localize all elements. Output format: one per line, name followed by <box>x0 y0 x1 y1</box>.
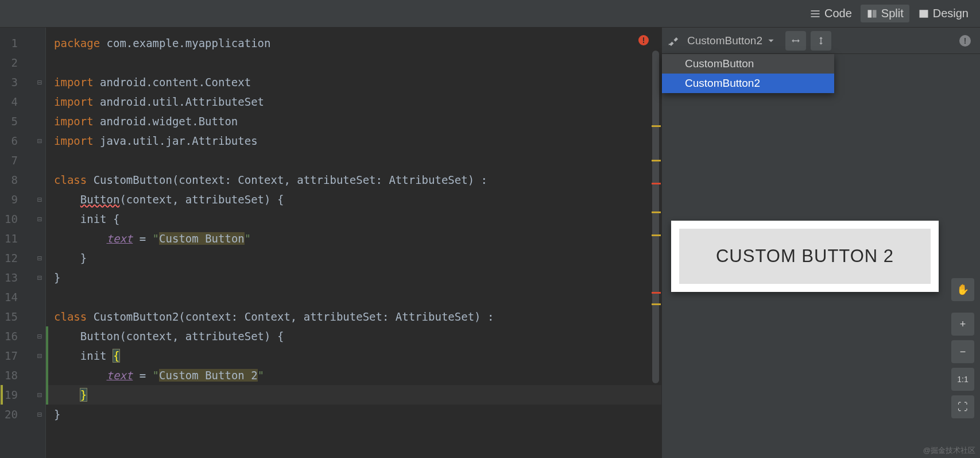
mode-design-button[interactable]: Design <box>912 5 974 22</box>
component-selector[interactable]: CustomButton2 <box>683 33 781 49</box>
line-number: 14 <box>0 287 45 307</box>
component-dropdown-item[interactable]: CustomButton <box>662 54 834 74</box>
preview-button[interactable]: CUSTOM BUTTON 2 <box>679 229 931 284</box>
component-selector-label: CustomButton2 <box>687 34 762 47</box>
line-number: 16⊟ <box>0 326 45 346</box>
code-line[interactable]: } <box>46 248 661 268</box>
orientation-vertical-button[interactable] <box>811 31 831 51</box>
main-split: 123⊟456⊟789⊟10⊟1112⊟13⊟141516⊟17⊟1819⊟20… <box>0 28 980 458</box>
mode-code-button[interactable]: Code <box>804 5 858 22</box>
line-number: 3⊟ <box>0 72 45 92</box>
error-stripe[interactable] <box>652 234 661 236</box>
fold-icon[interactable]: ⊟ <box>37 385 42 405</box>
code-line[interactable]: import android.widget.Button <box>46 111 661 131</box>
code-line[interactable]: init { <box>46 346 661 365</box>
code-line[interactable] <box>46 151 661 170</box>
zoom-in-button[interactable]: + <box>951 313 974 336</box>
line-number: 19⊟ <box>0 385 45 405</box>
code-lines-icon <box>809 8 821 20</box>
arrows-vertical-icon <box>816 36 826 46</box>
code-line[interactable]: import android.content.Context <box>46 72 661 92</box>
error-stripe[interactable] <box>652 303 661 305</box>
code-line[interactable]: } <box>46 405 661 424</box>
fold-icon[interactable]: ⊟ <box>37 209 42 229</box>
chevron-down-icon <box>766 36 776 46</box>
design-canvas[interactable]: CUSTOM BUTTON 2 ✋ + − 1:1 ⛶ <box>662 54 980 458</box>
top-toolbar: Code Split Design <box>0 0 980 28</box>
error-stripe[interactable] <box>652 211 661 213</box>
fold-icon[interactable]: ⊟ <box>37 190 42 209</box>
fold-icon[interactable]: ⊟ <box>37 72 42 92</box>
line-number: 5 <box>0 111 45 131</box>
line-number: 10⊟ <box>0 209 45 229</box>
error-stripe[interactable] <box>652 125 661 127</box>
code-line[interactable]: class CustomButton2(context: Context, at… <box>46 307 661 326</box>
mode-split-label: Split <box>881 7 904 20</box>
code-line[interactable]: text = "Custom Button" <box>46 229 661 248</box>
canvas-tools: ✋ + − 1:1 ⛶ <box>951 278 974 418</box>
watermark: @掘金技术社区 <box>923 445 975 456</box>
design-tool-icon <box>668 36 678 46</box>
code-line[interactable]: init { <box>46 209 661 229</box>
fold-icon[interactable]: ⊟ <box>37 131 42 151</box>
line-number: 1 <box>0 33 45 53</box>
line-number: 4 <box>0 92 45 111</box>
one-to-one-button[interactable]: 1:1 <box>951 368 974 391</box>
line-number: 20⊟ <box>0 405 45 424</box>
code-line[interactable]: text = "Custom Button 2" <box>46 365 661 385</box>
line-number: 15 <box>0 307 45 326</box>
line-number: 9⊟ <box>0 190 45 209</box>
pan-tool-button[interactable]: ✋ <box>951 278 974 301</box>
svg-rect-1 <box>873 10 877 17</box>
design-toolbar: CustomButton2 ! <box>662 28 980 54</box>
zoom-out-button[interactable]: − <box>951 340 974 363</box>
component-dropdown-item[interactable]: CustomButton2 <box>662 74 834 93</box>
error-stripe[interactable] <box>652 160 661 161</box>
svg-rect-0 <box>867 10 871 17</box>
code-line[interactable]: import java.util.jar.Attributes <box>46 131 661 151</box>
code-line[interactable]: class CustomButton(context: Context, att… <box>46 170 661 190</box>
code-line[interactable]: Button(context, attributeSet) { <box>46 190 661 209</box>
design-warning-icon[interactable]: ! <box>959 35 971 47</box>
line-number: 2 <box>0 53 45 72</box>
orientation-horizontal-button[interactable] <box>785 31 806 51</box>
line-number: 6⊟ <box>0 131 45 151</box>
mode-design-label: Design <box>933 7 969 20</box>
line-number: 13⊟ <box>0 268 45 287</box>
mode-code-label: Code <box>824 7 852 20</box>
code-line[interactable]: Button(context, attributeSet) { <box>46 326 661 346</box>
code-line[interactable] <box>46 287 661 307</box>
zoom-fit-button[interactable]: ⛶ <box>951 395 974 418</box>
fold-icon[interactable]: ⊟ <box>37 405 42 424</box>
code-line[interactable]: } <box>46 385 661 405</box>
fold-icon[interactable]: ⊟ <box>37 268 42 287</box>
line-number: 8 <box>0 170 45 190</box>
mode-split-button[interactable]: Split <box>861 5 909 22</box>
fold-icon[interactable]: ⊟ <box>37 326 42 346</box>
line-number: 11 <box>0 229 45 248</box>
fold-icon[interactable]: ⊟ <box>37 346 42 365</box>
error-stripe[interactable] <box>652 183 661 184</box>
fold-icon[interactable]: ⊟ <box>37 248 42 268</box>
image-icon <box>918 8 929 20</box>
line-number: 18 <box>0 365 45 385</box>
preview-card: CUSTOM BUTTON 2 <box>671 221 939 292</box>
code-line[interactable]: } <box>46 268 661 287</box>
split-icon <box>866 8 878 20</box>
arrows-horizontal-icon <box>791 36 801 46</box>
code-line[interactable]: package com.example.myapplication <box>46 33 661 53</box>
line-number: 17⊟ <box>0 346 45 365</box>
code-area[interactable]: ! package com.example.myapplicationimpor… <box>46 28 661 458</box>
code-line[interactable] <box>46 53 661 72</box>
design-pane: CustomButton2 ! CustomButtonCustomButton… <box>661 28 980 458</box>
code-line[interactable]: import android.util.AttributeSet <box>46 92 661 111</box>
line-number: 7 <box>0 151 45 170</box>
line-number: 12⊟ <box>0 248 45 268</box>
component-dropdown: CustomButtonCustomButton2 <box>662 54 834 93</box>
error-stripe[interactable] <box>652 292 661 294</box>
editor-gutter: 123⊟456⊟789⊟10⊟1112⊟13⊟141516⊟17⊟1819⊟20… <box>0 28 46 458</box>
code-pane: 123⊟456⊟789⊟10⊟1112⊟13⊟141516⊟17⊟1819⊟20… <box>0 28 661 458</box>
